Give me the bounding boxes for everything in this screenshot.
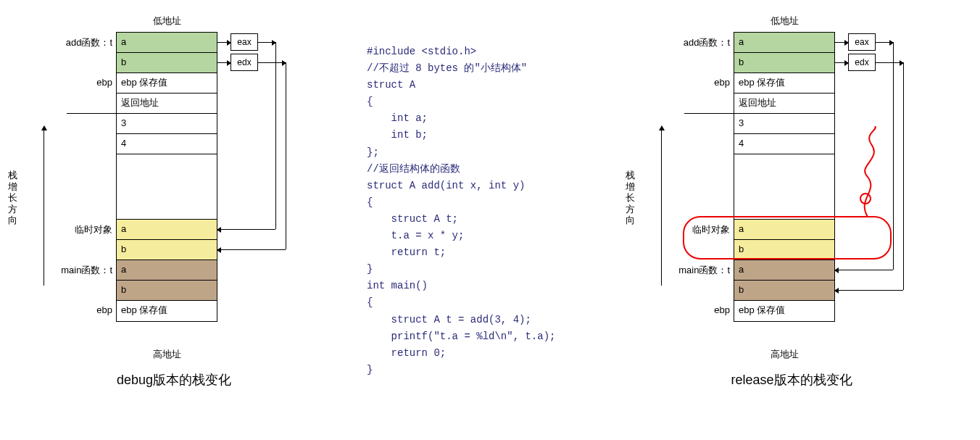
label-ebp-r: ebp: [714, 77, 730, 88]
arrow-a-eax: [217, 42, 231, 43]
line-eax-down: [275, 42, 276, 229]
reg-eax-r: eax: [848, 33, 876, 51]
label-main-func: main函数：t: [61, 264, 112, 277]
cell-a-r: a: [734, 33, 834, 53]
line-eax-down-r: [893, 42, 894, 270]
label-ebp2: ebp: [96, 304, 112, 315]
label-temp-obj: 临时对象: [75, 223, 112, 236]
label-add-func-r: add函数：t: [684, 36, 730, 49]
cell-three-r: 3: [734, 114, 834, 134]
arrow-edx-temp-b: [217, 249, 286, 250]
cell-gap: [117, 154, 217, 220]
cell-a: a: [117, 33, 217, 53]
cell-ret-addr-r: 返回地址: [734, 94, 834, 114]
high-addr-label: 高地址: [116, 348, 217, 361]
arrow-eax-temp-a: [217, 229, 275, 230]
arrow-a-eax-r: [835, 42, 848, 43]
growth-arrow: [43, 126, 44, 286]
reg-eax: eax: [231, 33, 258, 51]
arrow-b-edx-r: [835, 62, 848, 63]
cell-ebp-saved: ebp 保存值: [117, 73, 217, 94]
label-temp-obj-r: 临时对象: [692, 223, 730, 236]
arrow-eax-main-a: [835, 270, 893, 270]
cell-main-ebp: ebp 保存值: [117, 301, 217, 321]
stack-table-release: a b ebp 保存值 返回地址 3 4 a b a b ebp 保存值: [734, 32, 835, 322]
cell-main-ebp-r: ebp 保存值: [734, 301, 834, 321]
label-ebp: ebp: [96, 77, 112, 88]
label-main-func-r: main函数：t: [678, 264, 730, 277]
cell-temp-a-r: a: [734, 220, 834, 240]
reg-edx: edx: [231, 54, 258, 71]
arrow-edx-main-b: [835, 290, 903, 291]
cell-three: 3: [117, 114, 217, 134]
svg-point-0: [860, 194, 871, 204]
label-ebp2-r: ebp: [714, 304, 730, 315]
high-addr-label-r: 高地址: [734, 348, 835, 361]
cell-temp-a: a: [117, 220, 217, 240]
debug-stack-diagram: 低地址 a b ebp 保存值 返回地址 3 4 a b a b ebp 保存值…: [29, 14, 333, 389]
cell-main-b: b: [117, 281, 217, 301]
release-stack-diagram: 低地址 a b ebp 保存值 返回地址 3 4 a b a b ebp 保存值…: [647, 14, 951, 389]
cell-main-a-r: a: [734, 260, 834, 281]
frame-divider-r: [684, 113, 734, 114]
low-addr-label-r: 低地址: [734, 14, 835, 28]
line-edx-top: [258, 62, 286, 63]
cell-gap-r: [734, 154, 834, 220]
cell-ebp-saved-r: ebp 保存值: [734, 73, 834, 94]
frame-divider: [67, 113, 116, 114]
cell-b-r: b: [734, 53, 834, 73]
label-add-func: add函数：t: [66, 36, 112, 49]
caption-release: release版本的栈变化: [697, 371, 886, 389]
line-edx-down-r: [903, 62, 904, 290]
growth-label-r: 栈增长方向: [625, 170, 635, 226]
growth-label: 栈增长方向: [7, 170, 17, 226]
cell-main-b-r: b: [734, 281, 834, 301]
cell-b: b: [117, 53, 217, 73]
cell-main-a: a: [117, 260, 217, 281]
stack-table-debug: a b ebp 保存值 返回地址 3 4 a b a b ebp 保存值: [116, 32, 217, 322]
caption-debug: debug版本的栈变化: [80, 371, 268, 389]
cell-four: 4: [117, 134, 217, 154]
red-scribble-icon: [842, 126, 893, 220]
arrow-b-edx: [217, 62, 231, 63]
line-edx-top-r: [876, 62, 903, 63]
low-addr-label: 低地址: [116, 14, 217, 28]
reg-edx-r: edx: [848, 54, 876, 71]
cell-four-r: 4: [734, 134, 834, 154]
growth-arrow-r: [661, 126, 662, 286]
line-edx-down: [286, 62, 286, 249]
cell-temp-b-r: b: [734, 240, 834, 260]
cell-ret-addr: 返回地址: [117, 94, 217, 114]
line-eax-top-r: [876, 42, 893, 43]
line-eax-top: [258, 42, 275, 43]
source-code: #include <stdio.h> //不超过 8 bytes 的"小结构体"…: [367, 14, 613, 389]
cell-temp-b: b: [117, 240, 217, 260]
